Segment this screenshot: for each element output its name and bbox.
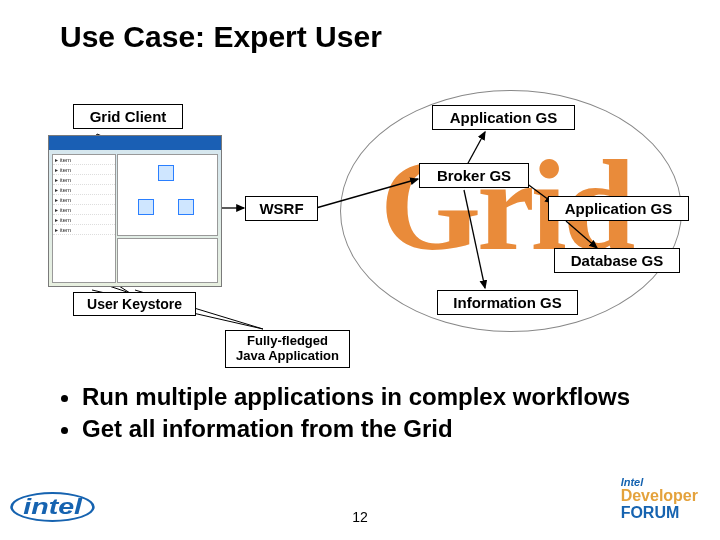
bullet-list: Run multiple applications in complex wor… [60, 382, 670, 446]
bullet-item: Run multiple applications in complex wor… [82, 382, 670, 412]
box-wsrf: WSRF [245, 196, 318, 221]
box-database-gs: Database GS [554, 248, 680, 273]
idf-forum: FORUM [621, 504, 680, 521]
box-user-keystore: User Keystore [73, 292, 196, 316]
idf-intel: Intel [621, 476, 644, 488]
box-application-gs-top: Application GS [432, 105, 575, 130]
fully-line1: Fully-fledged [247, 333, 328, 348]
box-broker-gs: Broker GS [419, 163, 529, 188]
box-application-gs-right: Application GS [548, 196, 689, 221]
intel-logo: intel [20, 492, 85, 522]
slide-title: Use Case: Expert User [60, 20, 382, 54]
page-number: 12 [0, 509, 720, 525]
app-screenshot: ▸ item▸ item▸ item▸ item▸ item▸ item▸ it… [48, 135, 222, 287]
box-fully-fledged: Fully-fledged Java Application [225, 330, 350, 368]
bullet-item: Get all information from the Grid [82, 414, 670, 444]
idf-logo: Intel Developer FORUM [621, 477, 698, 522]
intel-logo-text: intel [10, 492, 95, 522]
idf-developer: Developer [621, 487, 698, 504]
box-information-gs: Information GS [437, 290, 578, 315]
box-grid-client: Grid Client [73, 104, 183, 129]
fully-line2: Java Application [236, 348, 339, 363]
